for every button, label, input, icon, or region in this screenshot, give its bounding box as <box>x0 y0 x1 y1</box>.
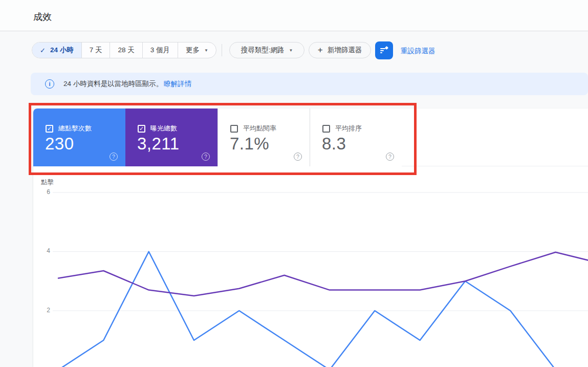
help-icon[interactable]: ? <box>386 153 394 161</box>
help-icon[interactable]: ? <box>294 153 302 161</box>
add-filter-button[interactable]: + 新增篩選器 <box>309 42 371 58</box>
filter-funnel-sparkle-icon <box>380 46 389 55</box>
tab-28d[interactable]: 28 天 <box>110 42 142 58</box>
tab-label: 24 小時 <box>50 46 74 55</box>
tab-7d[interactable]: 7 天 <box>82 42 111 58</box>
performance-line-chart[interactable] <box>33 175 588 367</box>
card-average-ctr[interactable]: 平均點閱率 7.1% ? <box>217 109 310 166</box>
performance-panel: ✓ 總點擊次數 230 ? ✓ 曝光總數 3,211 ? 平均點閱率 7.1% … <box>33 109 588 367</box>
info-icon: i <box>45 79 54 89</box>
tab-3mo[interactable]: 3 個月 <box>143 42 178 58</box>
search-type-label: 搜尋類型:網路 <box>241 46 285 55</box>
chevron-down-icon: ▼ <box>204 48 208 53</box>
metric-cards-row: ✓ 總點擊次數 230 ? ✓ 曝光總數 3,211 ? 平均點閱率 7.1% … <box>33 109 588 166</box>
card-average-position[interactable]: 平均排序 8.3 ? <box>310 109 402 166</box>
checkbox-checked-icon[interactable]: ✓ <box>138 125 145 133</box>
card-total-impressions[interactable]: ✓ 曝光總數 3,211 ? <box>125 109 217 166</box>
checkbox-unchecked-icon[interactable] <box>322 125 330 133</box>
tab-label: 3 個月 <box>150 46 170 55</box>
card-label: 平均點閱率 <box>243 124 276 133</box>
card-value: 230 <box>45 134 74 154</box>
help-icon[interactable]: ? <box>202 153 210 161</box>
toolbar-divider <box>222 44 222 56</box>
chevron-down-icon: ▼ <box>289 48 293 53</box>
search-type-button[interactable]: 搜尋類型:網路 ▼ <box>229 42 304 58</box>
add-filter-label: 新增篩選器 <box>328 46 362 55</box>
filter-settings-button[interactable] <box>375 41 393 59</box>
card-label: 平均排序 <box>335 124 362 133</box>
date-range-tabs: ✓ 24 小時 7 天 28 天 3 個月 更多 ▼ <box>32 42 216 58</box>
tab-label: 7 天 <box>90 46 102 55</box>
card-label: 曝光總數 <box>150 124 177 133</box>
help-icon[interactable]: ? <box>110 153 118 161</box>
card-value: 3,211 <box>137 134 180 154</box>
checkbox-checked-icon[interactable]: ✓ <box>46 125 53 133</box>
banner-text: 24 小時資料是以當地時區顯示。 <box>63 79 163 89</box>
reset-filters-link[interactable]: 重設篩選器 <box>401 47 435 56</box>
tab-label: 28 天 <box>118 46 134 55</box>
page-title: 成效 <box>33 11 52 23</box>
check-icon: ✓ <box>40 47 46 54</box>
page-header: 成效 <box>0 0 588 31</box>
tab-label: 更多 <box>186 46 200 55</box>
tab-more[interactable]: 更多 ▼ <box>178 42 216 58</box>
card-value: 7.1% <box>230 134 269 154</box>
info-banner: i 24 小時資料是以當地時區顯示。 瞭解詳情 <box>31 73 588 95</box>
learn-more-link[interactable]: 瞭解詳情 <box>164 79 191 89</box>
plus-icon: + <box>318 45 323 55</box>
card-label: 總點擊次數 <box>58 124 92 133</box>
tab-24h[interactable]: ✓ 24 小時 <box>32 42 82 58</box>
card-value: 8.3 <box>322 134 346 154</box>
clicks-line <box>58 252 588 367</box>
checkbox-unchecked-icon[interactable] <box>230 125 238 133</box>
card-total-clicks[interactable]: ✓ 總點擊次數 230 ? <box>33 109 125 166</box>
